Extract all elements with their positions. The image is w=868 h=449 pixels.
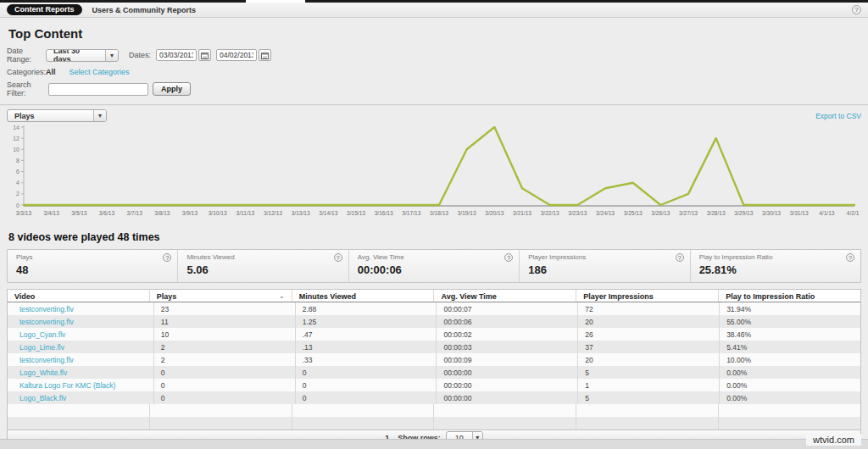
card-label: Play to Impression Ratio [699, 253, 854, 261]
date-range-select[interactable]: Last 30 days ▾ [46, 49, 119, 62]
table-cell: 1.25 [296, 315, 437, 328]
x-axis-tick-label: 3/27/13 [679, 210, 698, 216]
chart-svg: 024681012143/3/133/4/133/5/133/6/133/7/1… [7, 122, 860, 224]
card-value: 5.06 [186, 263, 341, 276]
table-row: Kaltura Logo For KMC (Black)0000:00:0010… [8, 379, 860, 391]
watermark: wtvid.com [806, 434, 861, 446]
date-range-row: Date Range: Last 30 days ▾ Dates: [7, 47, 861, 64]
table-cell [719, 417, 860, 430]
table-cell: 0 [154, 379, 296, 391]
video-name-link[interactable]: Logo_Cyan.flv [8, 328, 154, 341]
tab-users-community-reports[interactable]: Users & Community Reports [92, 6, 197, 14]
table-cell [576, 404, 719, 417]
video-name-link[interactable]: testconverting.flv [8, 302, 154, 315]
table-row: Logo_Lime.flv2.1300:00:03375.41% [8, 341, 860, 353]
x-axis-tick-label: 3/18/13 [430, 210, 448, 216]
table-cell: 5.41% [720, 341, 860, 353]
table-cell: 2.88 [296, 302, 437, 315]
page-title: Top Content [8, 26, 861, 41]
column-header-video[interactable]: Video [8, 290, 150, 302]
column-header-play-to-impression-ratio[interactable]: Play to Impression Ratio [719, 290, 860, 302]
card-label: Plays [16, 253, 170, 261]
column-header-label: Plays [157, 292, 177, 301]
select-categories-link[interactable]: Select Categories [70, 68, 130, 76]
help-icon[interactable]: ? [676, 253, 684, 262]
x-axis-tick-label: 3/19/13 [458, 210, 476, 216]
x-axis-tick-label: 3/4/13 [43, 210, 59, 216]
card-label: Minutes Viewed [186, 253, 341, 261]
x-axis-tick-label: 3/24/13 [596, 210, 615, 216]
table-cell [292, 417, 435, 430]
y-axis-tick-label: 12 [13, 136, 19, 141]
column-header-minutes-viewed[interactable]: Minutes Viewed [292, 290, 435, 302]
date-from-input[interactable] [156, 49, 197, 61]
table-cell: 23 [154, 302, 296, 315]
table-cell: 72 [578, 302, 720, 315]
dates-label: Dates: [129, 51, 151, 59]
video-name-link[interactable]: Logo_Black.flv [8, 391, 154, 404]
table-cell: 0.00% [720, 366, 860, 379]
table-cell [292, 404, 435, 417]
table-cell: .47 [296, 328, 437, 341]
table-cell: 00:00:00 [437, 366, 578, 379]
video-name-link[interactable]: testconverting.flv [8, 353, 154, 366]
card-value: 48 [16, 263, 170, 276]
calendar-icon[interactable] [198, 49, 211, 61]
card-value: 25.81% [699, 263, 854, 276]
y-axis-tick-label: 14 [13, 125, 19, 130]
date-range-value: Last 30 days [47, 50, 105, 61]
table-cell: 1 [578, 379, 720, 391]
help-icon[interactable]: ? [852, 5, 861, 14]
plays-line-chart: 024681012143/3/133/4/133/5/133/6/133/7/1… [7, 122, 861, 227]
calendar-icon[interactable] [259, 49, 271, 61]
column-header-player-impressions[interactable]: Player Impressions [576, 290, 719, 302]
chevron-down-icon: ▾ [105, 50, 118, 61]
help-icon[interactable]: ? [334, 253, 342, 262]
y-axis-tick-label: 4 [16, 180, 19, 186]
search-filter-input[interactable] [48, 83, 148, 96]
x-axis-tick-label: 3/21/13 [513, 210, 531, 216]
x-axis-tick-label: 3/5/13 [71, 210, 87, 216]
empty-table-row [8, 404, 860, 417]
x-axis-tick-label: 3/14/13 [319, 210, 337, 216]
videos-table: VideoPlays⌄Minutes ViewedAvg. View TimeP… [7, 289, 861, 446]
column-header-avg-view-time[interactable]: Avg. View Time [434, 290, 576, 302]
column-header-label: Video [14, 292, 35, 301]
x-axis-tick-label: 3/17/13 [402, 210, 420, 216]
column-header-plays[interactable]: Plays⌄ [150, 290, 292, 302]
apply-button[interactable]: Apply [153, 82, 191, 96]
video-name-link[interactable]: Logo_White.flv [8, 366, 154, 379]
table-cell: 00:00:00 [437, 379, 578, 391]
date-to-input[interactable] [216, 49, 257, 61]
table-cell: 00:00:00 [437, 391, 578, 404]
y-axis-tick-label: 8 [16, 158, 19, 164]
table-cell: 20 [578, 353, 720, 366]
table-row: Logo_Black.flv0000:00:0050.00% [8, 391, 860, 404]
y-axis-tick-label: 6 [16, 169, 19, 175]
video-name-link[interactable]: Kaltura Logo For KMC (Black) [8, 379, 154, 391]
table-cell: 00:00:09 [437, 353, 578, 366]
card-label: Avg. View Time [358, 253, 512, 261]
chart-metric-value: Plays [8, 110, 42, 121]
page-bottom-strip [0, 439, 868, 449]
table-cell: 0.00% [720, 391, 860, 404]
chart-controls: Plays ▾ Export to CSV [7, 109, 861, 122]
x-axis-tick-label: 3/16/13 [375, 210, 393, 216]
video-name-link[interactable]: Logo_Lime.flv [8, 341, 154, 353]
x-axis-tick-label: 3/3/13 [16, 210, 32, 216]
tab-content-reports[interactable]: Content Reports [7, 4, 82, 15]
table-header-row: VideoPlays⌄Minutes ViewedAvg. View TimeP… [8, 290, 860, 302]
export-to-csv-link[interactable]: Export to CSV [815, 112, 861, 120]
chart-metric-select[interactable]: Plays ▾ [7, 109, 107, 122]
video-name-link[interactable]: testconverting.flv [8, 315, 154, 328]
table-cell: 00:00:07 [437, 302, 578, 315]
table-row: testconverting.flv232.8800:00:077231.94% [8, 302, 860, 315]
table-cell: .13 [296, 341, 437, 353]
summary-card-minutes-viewed: Minutes Viewed ? 5.06 [178, 250, 348, 282]
empty-table-row [8, 417, 860, 430]
help-icon[interactable]: ? [846, 253, 854, 262]
table-cell: 55.00% [720, 315, 860, 328]
sort-chevron-down-icon: ⌄ [279, 292, 285, 300]
x-axis-tick-label: 3/9/13 [182, 210, 198, 216]
table-cell [434, 404, 576, 417]
